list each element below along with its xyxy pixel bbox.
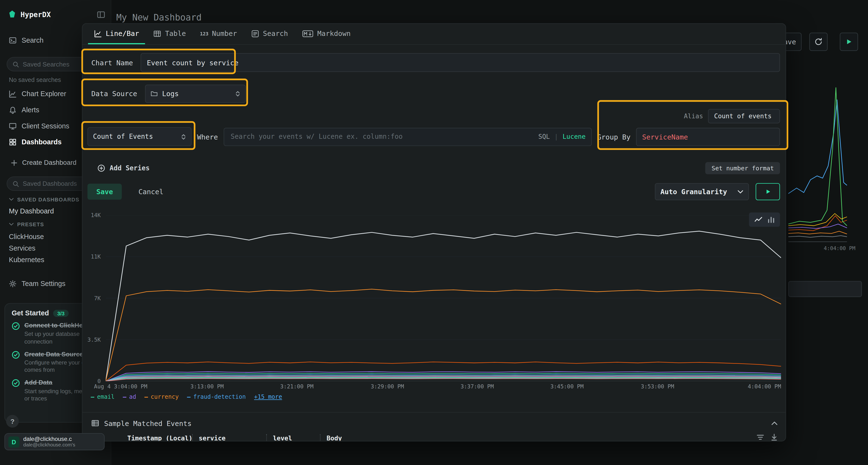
- check-circle-icon: [11, 322, 20, 330]
- section-label-text: PRESETS: [17, 221, 44, 227]
- legend-swatch: —: [123, 393, 127, 400]
- x-tick-label: 3:37:00 PM: [461, 383, 494, 389]
- sample-matched-events-header[interactable]: Sample Matched Events: [91, 418, 778, 428]
- tab-line-bar[interactable]: Line/Bar: [88, 24, 145, 44]
- run-query-background-button[interactable]: [840, 33, 858, 51]
- bar-chart-icon[interactable]: [767, 215, 775, 223]
- user-account-button[interactable]: D dale@clickhouse.c dale@clickhouse.com'…: [4, 433, 105, 450]
- background-input-fragment[interactable]: [788, 281, 862, 297]
- chevron-up-icon[interactable]: [771, 421, 778, 425]
- legend-item-fraud-detection[interactable]: —fraud-detection: [187, 393, 246, 400]
- granularity-row: Auto Granularity: [655, 183, 780, 200]
- events-table-icon: [91, 419, 99, 427]
- check-circle-icon: [11, 379, 20, 387]
- lucene-toggle[interactable]: Lucene: [562, 133, 585, 140]
- sidebar-item-label: Search: [22, 37, 44, 44]
- tab-label: Line/Bar: [106, 29, 139, 38]
- data-source-select[interactable]: Logs: [145, 85, 246, 103]
- page-title: My New Dashboard: [116, 12, 202, 23]
- table-column-level[interactable]: level: [266, 434, 320, 441]
- y-tick-label: 3.5K: [88, 337, 101, 343]
- saved-dashboards-placeholder: Saved Dashboards: [23, 180, 77, 187]
- tab-table[interactable]: Table: [147, 24, 192, 44]
- sidebar-collapse-icon[interactable]: [97, 10, 105, 18]
- section-label-text: SAVED DASHBOARDS: [17, 196, 79, 202]
- chart-name-input[interactable]: [141, 53, 780, 72]
- chart-type-toggle[interactable]: [749, 212, 780, 227]
- alias-label: Alias: [684, 112, 703, 120]
- sidebar-item-dashboards[interactable]: Dashboards: [9, 138, 62, 146]
- chevron-down-icon: [9, 222, 14, 226]
- where-search-input[interactable]: [229, 132, 534, 141]
- chart-legend: —email—ad—currency—fraud-detection+15 mo…: [91, 393, 282, 400]
- sidebar-item-team-settings[interactable]: Team Settings: [9, 280, 66, 288]
- sidebar-item-alerts[interactable]: Alerts: [9, 106, 39, 114]
- main-chart-plot[interactable]: [106, 215, 781, 381]
- legend-label: email: [97, 393, 115, 400]
- get-started-title: Get Started: [11, 309, 49, 317]
- cancel-button[interactable]: Cancel: [134, 184, 168, 200]
- monitor-icon: [9, 122, 17, 130]
- sidebar-item-label: Dashboards: [22, 138, 62, 146]
- tab-label: Search: [263, 29, 288, 38]
- sidebar-item-my-dashboard[interactable]: My Dashboard: [9, 207, 54, 215]
- legend-show-more-link[interactable]: +15 more: [254, 393, 282, 400]
- sort-lines-icon[interactable]: [757, 434, 764, 441]
- sidebar-item-label: Alerts: [22, 106, 39, 114]
- add-series-button[interactable]: Add Series: [97, 162, 150, 174]
- chart-editor-panel: Line/BarTable123NumberSearchMarkdown Cha…: [82, 23, 786, 441]
- sample-matched-events-title: Sample Matched Events: [104, 419, 192, 427]
- chart-explorer-icon: [9, 90, 17, 98]
- x-tick-label: 3:13:00 PM: [190, 383, 224, 389]
- refresh-button[interactable]: [809, 33, 828, 51]
- alias-input[interactable]: [708, 109, 780, 123]
- sql-toggle[interactable]: SQL: [538, 133, 550, 140]
- chevron-down-icon: [737, 189, 743, 194]
- table-column-timestamp-local-[interactable]: Timestamp (Local): [121, 434, 192, 441]
- chart-name-row: Chart Name: [91, 53, 780, 72]
- table-column-service[interactable]: service: [192, 434, 267, 441]
- aggregation-select[interactable]: Count of Events: [88, 127, 192, 146]
- x-tick-label: 3:21:00 PM: [280, 383, 313, 389]
- run-query-button[interactable]: [756, 183, 780, 200]
- sidebar-item-search[interactable]: Search: [9, 37, 44, 44]
- legend-swatch: —: [187, 393, 191, 400]
- saved-dashboards-section-header[interactable]: SAVED DASHBOARDS: [9, 196, 79, 202]
- tab-markdown[interactable]: Markdown: [296, 24, 357, 44]
- sidebar-item-chart-explorer[interactable]: Chart Explorer: [9, 90, 66, 98]
- saved-searches-placeholder: Saved Searches: [23, 61, 69, 68]
- background-time-axis-label: 4:04:00 PM: [824, 245, 855, 251]
- get-started-progress-badge: 3/3: [53, 309, 68, 317]
- download-icon[interactable]: [771, 434, 778, 441]
- sidebar-preset-services[interactable]: Services: [9, 244, 35, 252]
- legend-item-ad[interactable]: —ad: [123, 393, 136, 400]
- set-number-format-button[interactable]: Set number format: [706, 162, 780, 174]
- table-column-body[interactable]: Body: [320, 434, 752, 441]
- legend-item-email[interactable]: —email: [91, 393, 115, 400]
- sidebar-item-label: Client Sessions: [22, 122, 69, 130]
- data-source-row: Data Source Logs: [91, 85, 246, 103]
- tab-number[interactable]: 123Number: [194, 24, 243, 44]
- granularity-select[interactable]: Auto Granularity: [655, 183, 749, 200]
- line-chart-icon[interactable]: [754, 215, 762, 223]
- updown-chevrons-icon: [181, 133, 186, 140]
- group-by-input[interactable]: [636, 128, 780, 146]
- group-by-label: Group By: [597, 133, 630, 141]
- save-button[interactable]: Save: [88, 184, 122, 200]
- data-source-label: Data Source: [91, 90, 137, 98]
- sidebar-preset-kubernetes[interactable]: Kubernetes: [9, 256, 44, 264]
- add-series-label: Add Series: [110, 164, 150, 172]
- legend-swatch: —: [91, 393, 94, 400]
- sidebar-preset-clickhouse[interactable]: ClickHouse: [9, 233, 44, 241]
- legend-item-currency[interactable]: —currency: [145, 393, 179, 400]
- presets-section-header[interactable]: PRESETS: [9, 221, 44, 227]
- sidebar-item-label: Chart Explorer: [22, 90, 66, 98]
- chevron-down-icon: [9, 198, 14, 201]
- legend-label: currency: [151, 393, 179, 400]
- create-dashboard-button[interactable]: Create Dashboard: [11, 159, 76, 166]
- search-icon: [13, 181, 19, 187]
- tab-label: Table: [165, 29, 186, 38]
- sidebar-item-client-sessions[interactable]: Client Sessions: [9, 122, 69, 130]
- tab-search[interactable]: Search: [245, 24, 294, 44]
- help-button[interactable]: ?: [6, 415, 19, 428]
